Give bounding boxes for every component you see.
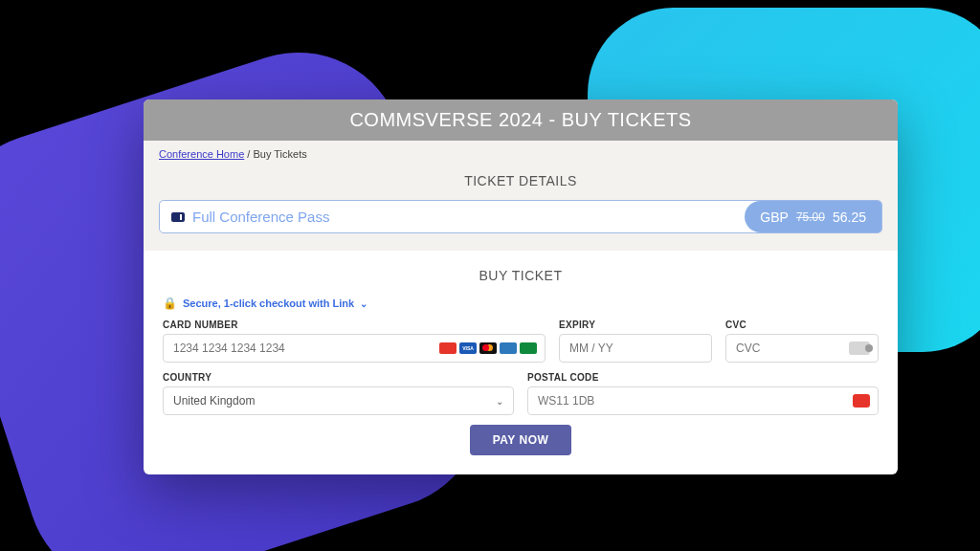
- country-label: COUNTRY: [163, 372, 514, 383]
- ticket-icon: [171, 212, 185, 222]
- ticket-name: Full Conference Pass: [192, 209, 329, 225]
- breadcrumb-home-link[interactable]: Conference Home: [159, 148, 244, 160]
- expiry-input[interactable]: [569, 342, 702, 355]
- expiry-control[interactable]: [559, 334, 712, 363]
- ticket-original-price: 75.00: [796, 210, 825, 224]
- cvc-card-icon: [849, 342, 870, 355]
- visa-icon: [459, 342, 477, 354]
- checkout-window: COMMSVERSE 2024 - BUY TICKETS Conference…: [144, 99, 898, 474]
- card-number-label: CARD NUMBER: [163, 320, 546, 330]
- buy-ticket-heading: BUY TICKET: [163, 264, 879, 297]
- mastercard-icon: [479, 342, 497, 354]
- ticket-price-badge: GBP 75.00 56.25: [745, 201, 881, 232]
- window-title: COMMSVERSE 2024 - BUY TICKETS: [144, 99, 898, 141]
- postal-control[interactable]: [527, 386, 879, 415]
- cvc-control[interactable]: [725, 334, 879, 363]
- cvc-label: CVC: [725, 320, 879, 330]
- postal-label: POSTAL CODE: [527, 372, 879, 383]
- card-number-control[interactable]: [163, 334, 546, 363]
- ticket-details-section: TICKET DETAILS Full Conference Pass GBP …: [144, 167, 898, 251]
- unionpay-icon: [520, 342, 537, 354]
- pay-now-button[interactable]: PAY NOW: [470, 425, 572, 455]
- chevron-down-icon: ⌄: [360, 298, 368, 309]
- chevron-down-icon: ⌄: [496, 396, 503, 407]
- expiry-label: EXPIRY: [559, 320, 712, 330]
- buy-ticket-section: BUY TICKET 🔒 Secure, 1-click checkout wi…: [144, 251, 898, 474]
- card-brand-icon: [439, 342, 457, 354]
- ticket-row[interactable]: Full Conference Pass GBP 75.00 56.25: [159, 200, 882, 233]
- ticket-details-heading: TICKET DETAILS: [159, 167, 882, 200]
- ticket-price: 56.25: [833, 209, 866, 225]
- breadcrumb: Conference Home / Buy Tickets: [144, 141, 898, 167]
- breadcrumb-current: Buy Tickets: [253, 148, 306, 160]
- card-brand-icons: [439, 342, 537, 354]
- amex-icon: [500, 342, 517, 354]
- autofill-icon: [853, 394, 870, 408]
- country-select[interactable]: United Kingdom: [173, 394, 503, 408]
- postal-input[interactable]: [538, 394, 868, 408]
- ticket-currency: GBP: [760, 209, 789, 225]
- country-control[interactable]: United Kingdom ⌄: [163, 386, 514, 415]
- secure-checkout-link[interactable]: 🔒 Secure, 1-click checkout with Link ⌄: [163, 297, 879, 310]
- secure-checkout-text: Secure, 1-click checkout with Link: [183, 298, 354, 309]
- lock-icon: 🔒: [163, 297, 177, 310]
